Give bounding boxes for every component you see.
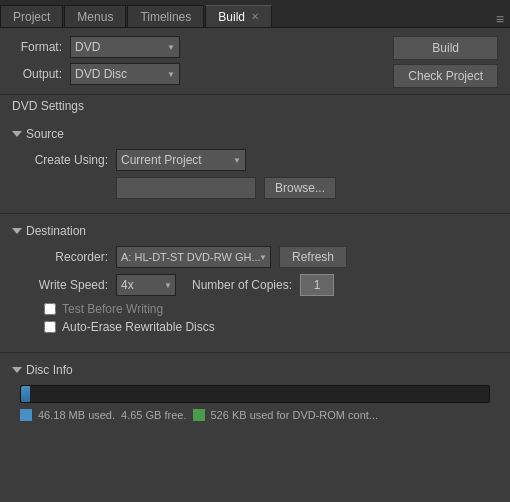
disc-free-text: 4.65 GB free.: [121, 409, 186, 421]
tab-bar: Project Menus Timelines Build ✕ ≡: [0, 0, 510, 28]
output-label: Output:: [12, 67, 62, 81]
copies-input[interactable]: [300, 274, 334, 296]
divider-2: [0, 352, 510, 353]
disc-info-content: 46.18 MB used. 4.65 GB free. 526 KB used…: [8, 381, 502, 429]
output-row: Output: DVD Disc: [12, 63, 385, 85]
scroll-area[interactable]: Source Create Using: Current Project Bro…: [0, 117, 510, 502]
disc-info-title: Disc Info: [26, 363, 73, 377]
recorder-label: Recorder:: [28, 250, 108, 264]
destination-title: Destination: [26, 224, 86, 238]
main-panel: Format: DVD Output: DVD Disc: [0, 28, 510, 502]
format-select[interactable]: DVD: [70, 36, 180, 58]
recorder-select-wrapper: A: HL-DT-ST DVD-RW GH...: [116, 246, 271, 268]
recorder-row: Recorder: A: HL-DT-ST DVD-RW GH... Refre…: [28, 246, 490, 268]
auto-erase-label: Auto-Erase Rewritable Discs: [62, 320, 215, 334]
tab-menus[interactable]: Menus: [64, 5, 126, 27]
test-before-writing-label: Test Before Writing: [62, 302, 163, 316]
format-row: Format: DVD: [12, 36, 385, 58]
destination-header[interactable]: Destination: [8, 220, 502, 242]
disc-used-color-box: [20, 409, 32, 421]
tab-timelines[interactable]: Timelines: [127, 5, 204, 27]
format-select-wrapper: DVD: [70, 36, 180, 58]
copies-label: Number of Copies:: [192, 278, 292, 292]
path-input[interactable]: [116, 177, 256, 199]
disc-rom-color-box: [193, 409, 205, 421]
disc-info-collapse-icon[interactable]: [12, 367, 22, 373]
dvd-settings-title: DVD Settings: [0, 95, 510, 117]
output-select-wrapper: DVD Disc: [70, 63, 180, 85]
top-buttons: Build Check Project: [393, 36, 498, 88]
source-section: Source Create Using: Current Project Bro…: [0, 123, 510, 207]
test-before-writing-row: Test Before Writing: [44, 302, 490, 316]
auto-erase-row: Auto-Erase Rewritable Discs: [44, 320, 490, 334]
write-speed-select[interactable]: 4x: [116, 274, 176, 296]
output-select[interactable]: DVD Disc: [70, 63, 180, 85]
destination-section: Destination Recorder: A: HL-DT-ST DVD-RW…: [0, 220, 510, 346]
tab-build[interactable]: Build ✕: [205, 5, 272, 27]
top-controls: Format: DVD Output: DVD Disc: [0, 28, 510, 95]
disc-info-section: Disc Info 46.18 MB used. 4.65 GB free. 5…: [0, 359, 510, 429]
source-title: Source: [26, 127, 64, 141]
disc-used-text: 46.18 MB used.: [38, 409, 115, 421]
create-using-select[interactable]: Current Project: [116, 149, 246, 171]
browse-row: Browse...: [116, 177, 490, 199]
tab-close-icon[interactable]: ✕: [251, 11, 259, 22]
destination-collapse-icon[interactable]: [12, 228, 22, 234]
write-speed-row: Write Speed: 4x Number of Copies:: [28, 274, 490, 296]
tab-menu-icon[interactable]: ≡: [496, 11, 510, 27]
test-before-writing-checkbox[interactable]: [44, 303, 56, 315]
build-button[interactable]: Build: [393, 36, 498, 60]
destination-content: Recorder: A: HL-DT-ST DVD-RW GH... Refre…: [8, 242, 502, 346]
create-using-row: Create Using: Current Project: [28, 149, 490, 171]
recorder-select[interactable]: A: HL-DT-ST DVD-RW GH...: [116, 246, 271, 268]
check-project-button[interactable]: Check Project: [393, 64, 498, 88]
disc-info-text: 46.18 MB used. 4.65 GB free. 526 KB used…: [20, 409, 490, 421]
source-header[interactable]: Source: [8, 123, 502, 145]
disc-rom-text: 526 KB used for DVD-ROM cont...: [211, 409, 379, 421]
write-speed-label: Write Speed:: [28, 278, 108, 292]
format-label: Format:: [12, 40, 62, 54]
source-collapse-icon[interactable]: [12, 131, 22, 137]
auto-erase-checkbox[interactable]: [44, 321, 56, 333]
disc-bar: [20, 385, 490, 403]
tab-project[interactable]: Project: [0, 5, 63, 27]
source-content: Create Using: Current Project Browse...: [8, 145, 502, 207]
browse-button[interactable]: Browse...: [264, 177, 336, 199]
refresh-button[interactable]: Refresh: [279, 246, 347, 268]
disc-info-header[interactable]: Disc Info: [8, 359, 502, 381]
create-using-wrapper: Current Project: [116, 149, 246, 171]
create-using-label: Create Using:: [28, 153, 108, 167]
write-speed-wrapper: 4x: [116, 274, 176, 296]
disc-bar-fill: [21, 386, 30, 402]
divider-1: [0, 213, 510, 214]
